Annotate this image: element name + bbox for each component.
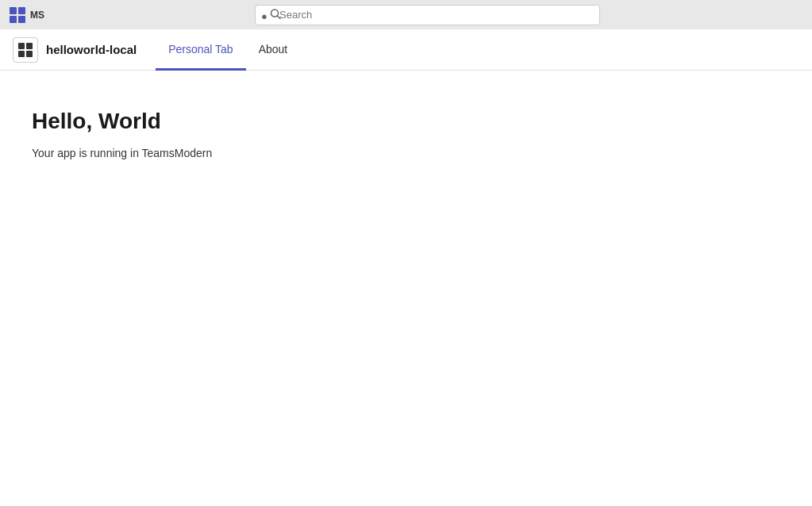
tab-about-label: About — [259, 43, 288, 56]
tab-personal-tab-label: Personal Tab — [168, 43, 233, 56]
search-input[interactable] — [255, 5, 600, 25]
app-header: helloworld-local Personal Tab About — [0, 29, 812, 71]
ms-label: MS — [30, 10, 44, 21]
page-title: Hello, World — [32, 109, 780, 134]
tabs-container: Personal Tab About — [156, 29, 300, 70]
page-subtitle: Your app is running in TeamsModern — [32, 147, 780, 159]
app-name: helloworld-local — [46, 43, 137, 56]
ms-icon — [10, 7, 25, 23]
search-bar: ● — [255, 5, 600, 25]
main-content: Hello, World Your app is running in Team… — [0, 71, 812, 506]
tab-about[interactable]: About — [246, 29, 301, 71]
app-icon-grid — [18, 43, 33, 57]
tab-personal-tab[interactable]: Personal Tab — [156, 29, 245, 71]
ms-logo: MS — [10, 7, 44, 23]
app-icon — [13, 37, 38, 63]
topbar: MS ● — [0, 0, 812, 29]
